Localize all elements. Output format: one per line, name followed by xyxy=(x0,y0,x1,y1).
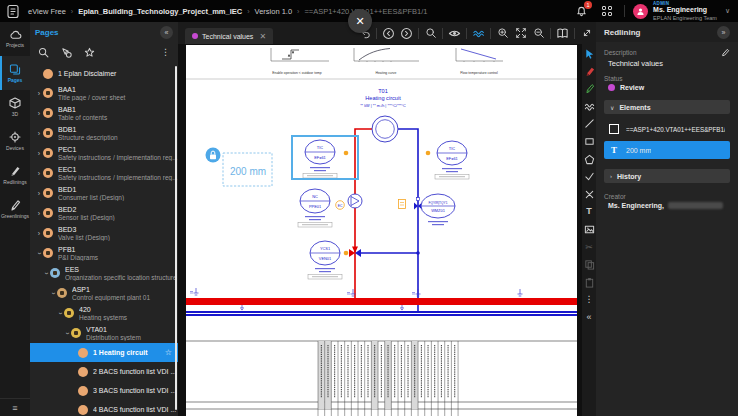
fullscreen-button[interactable] xyxy=(579,26,594,41)
freehand-tool-button[interactable] xyxy=(583,100,596,113)
layer-visibility-button[interactable] xyxy=(447,26,462,41)
redline-element-row[interactable]: ==ASP1+420.VTA01++EES&PFB1/1 xyxy=(604,120,730,138)
user-avatar[interactable] xyxy=(633,4,648,19)
rail-item-pages[interactable]: Pages xyxy=(0,56,30,90)
page-item[interactable]: › 4 BACS function list VDI ... xyxy=(30,400,178,416)
pages-more-menu-icon[interactable]: ⋮ xyxy=(161,47,170,57)
page-icon xyxy=(43,168,53,178)
rectangle-tool-button[interactable] xyxy=(583,135,596,148)
next-page-button[interactable] xyxy=(399,26,414,41)
pages-panel-title: Pages xyxy=(35,28,59,37)
tree-item[interactable]: › ASP1 Control equipment plant 01 xyxy=(30,283,178,303)
tree-item[interactable]: › BED3 Valve list (Design) xyxy=(30,223,178,243)
expand-chevron-icon[interactable]: › xyxy=(64,329,71,337)
page-overview-button[interactable] xyxy=(555,26,570,41)
text-tool-button[interactable]: T xyxy=(583,205,596,218)
eplan-logo-icon[interactable] xyxy=(6,4,21,19)
breadcrumb-app[interactable]: eView Free xyxy=(28,7,66,16)
tree-item[interactable]: › BAA1 Title page / cover sheet xyxy=(30,83,178,103)
elements-section-header[interactable]: ∨Elements xyxy=(604,100,730,114)
pages-tree-scrollbar[interactable] xyxy=(175,66,177,410)
expand-chevron-icon[interactable]: › xyxy=(35,150,43,157)
collapse-pages-panel-button[interactable]: « xyxy=(160,26,173,39)
tree-item-code: 4 BACS function list VDI ... xyxy=(93,405,178,414)
rail-item-3d[interactable]: 3D xyxy=(0,90,30,124)
select-tool-button[interactable] xyxy=(583,47,596,60)
polygon-tool-button[interactable] xyxy=(583,153,596,166)
edit-description-icon[interactable] xyxy=(721,48,730,57)
tree-item[interactable]: › BED1 Consumer list (Design) xyxy=(30,183,178,203)
expand-chevron-icon[interactable]: › xyxy=(35,130,43,137)
breadcrumb-project[interactable]: Eplan_Building_Technology_Project_mm_IEC xyxy=(78,7,242,16)
line-tool-button[interactable] xyxy=(583,117,596,130)
page-item[interactable]: › 2 BACS function list VDI ... xyxy=(30,362,178,381)
rail-menu-button[interactable]: ≡ xyxy=(0,398,30,416)
history-section-header[interactable]: ›History xyxy=(604,169,730,183)
expand-chevron-icon[interactable]: › xyxy=(35,110,43,117)
copy-tool-button[interactable] xyxy=(583,258,596,271)
user-menu-chevron-icon[interactable]: ∨ xyxy=(725,7,730,15)
expand-chevron-icon[interactable]: › xyxy=(35,210,43,217)
rail-item-projects[interactable]: Projects xyxy=(0,22,30,56)
search-in-page-button[interactable] xyxy=(423,26,438,41)
collapse-redlining-panel-button[interactable]: » xyxy=(717,26,730,39)
page-item[interactable]: › 1 Heating circuit ☆ xyxy=(30,343,178,362)
expand-chevron-icon[interactable]: › xyxy=(35,170,43,177)
tree-item[interactable]: › 420 Heating systems xyxy=(30,303,178,323)
status-value[interactable]: Review xyxy=(608,84,730,91)
notifications-button[interactable]: 1 xyxy=(572,2,590,20)
tab-technical-values[interactable]: Technical values ✕ xyxy=(185,28,273,44)
drawing-viewport[interactable]: Enable operation < outdoor temp Heating … xyxy=(178,44,582,416)
rail-item-greenlinings[interactable]: Greenlinings xyxy=(0,192,30,226)
tree-item[interactable]: › BAB1 Table of contents xyxy=(30,103,178,123)
tree-item[interactable]: › EES Organization specific location str… xyxy=(30,263,178,283)
tree-item[interactable]: › PEC1 Safety instructions / Implementat… xyxy=(30,143,178,163)
previous-page-button[interactable] xyxy=(381,26,396,41)
expand-chevron-icon[interactable]: › xyxy=(50,289,57,297)
red-marker-tool-button[interactable] xyxy=(583,65,596,78)
image-stamp-tool-button[interactable] xyxy=(583,223,596,236)
cut-tool-button[interactable]: ✂ xyxy=(583,241,596,254)
paste-tool-button[interactable] xyxy=(583,276,596,289)
breadcrumb-version[interactable]: Version 1.0 xyxy=(255,7,293,16)
cross-stamp-tool-button[interactable] xyxy=(583,188,596,201)
graph-enable-operation: Enable operation < outdoor temp xyxy=(271,48,329,75)
expand-chevron-icon[interactable]: › xyxy=(35,230,43,237)
graph-flow-temperature: Flow temperature control xyxy=(456,48,503,75)
user-info[interactable]: ADMIN Ms. Engineering EPLAN Engineering … xyxy=(653,1,717,20)
expand-chevron-icon[interactable]: › xyxy=(57,309,64,317)
collapse-toolbar-button[interactable]: « xyxy=(583,311,596,324)
expand-chevron-icon[interactable]: › xyxy=(35,190,43,197)
tree-item[interactable]: › PFB1 P&I Diagrams xyxy=(30,243,178,263)
redlining-mode-button[interactable] xyxy=(471,26,486,41)
rail-item-redlinings[interactable]: Redlinings xyxy=(0,158,30,192)
redline-text-element[interactable]: 200 mm xyxy=(206,148,273,187)
expand-chevron-icon[interactable]: › xyxy=(43,269,50,277)
svg-text:EC: EC xyxy=(338,204,343,208)
locate-page-icon[interactable] xyxy=(61,47,72,58)
expand-chevron-icon[interactable]: › xyxy=(36,249,43,257)
apps-menu-button[interactable] xyxy=(598,2,616,20)
more-tools-button[interactable]: ⋮ xyxy=(583,293,596,306)
close-overlay-button[interactable]: ✕ xyxy=(348,9,372,33)
redline-element-row[interactable]: T 200 mm xyxy=(604,141,730,159)
description-value: Technical values xyxy=(608,59,730,68)
favorites-filter-icon[interactable] xyxy=(84,47,95,58)
description-label: Description xyxy=(604,48,730,57)
check-stamp-tool-button[interactable] xyxy=(583,170,596,183)
zoom-out-button[interactable] xyxy=(531,26,546,41)
green-pen-tool-button[interactable] xyxy=(583,82,596,95)
tree-item[interactable]: › BDB1 Structure description xyxy=(30,123,178,143)
search-icon[interactable] xyxy=(38,47,49,58)
tree-item[interactable]: › EEC1 Safety instructions / Implementat… xyxy=(30,163,178,183)
tab-close-icon[interactable]: ✕ xyxy=(259,32,266,41)
tree-item[interactable]: › BED2 Sensor list (Design) xyxy=(30,203,178,223)
expand-chevron-icon[interactable]: › xyxy=(35,90,43,97)
page-item[interactable]: › 1 Eplan Disclaimer xyxy=(30,64,178,83)
zoom-fit-button[interactable] xyxy=(513,26,528,41)
rail-item-devices[interactable]: Devices xyxy=(0,124,30,158)
favorite-icon[interactable]: ☆ xyxy=(165,348,172,357)
zoom-in-button[interactable] xyxy=(495,26,510,41)
tree-item[interactable]: › VTA01 Distribution system xyxy=(30,323,178,343)
page-item[interactable]: › 3 BACS function list VDI ... xyxy=(30,381,178,400)
